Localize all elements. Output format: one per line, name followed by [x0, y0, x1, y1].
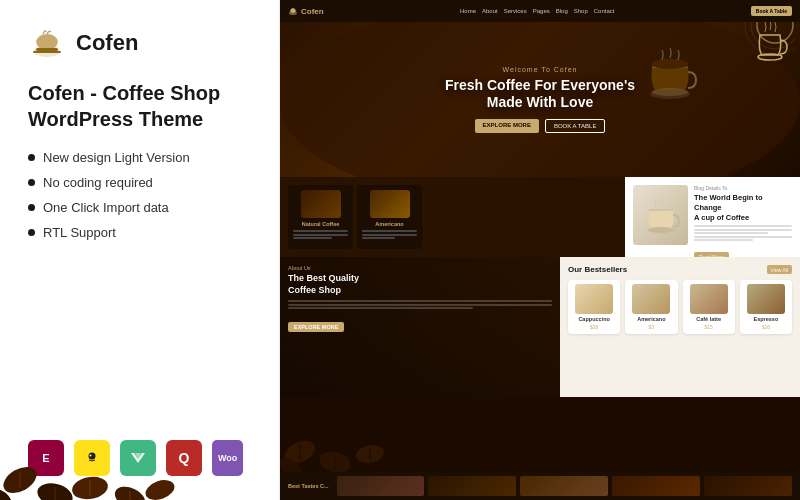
about-title: The Best QualityCoffee Shop: [288, 273, 552, 296]
shop-filter-button[interactable]: View All: [767, 265, 792, 274]
theme-bottom-row: About Us The Best QualityCoffee Shop EXP…: [280, 257, 800, 397]
svg-point-10: [35, 480, 75, 500]
explore-more-button[interactable]: EXPLORE MORE: [288, 322, 344, 332]
blog-cup-svg: [641, 195, 681, 235]
feature-text: RTL Support: [43, 225, 116, 240]
nav-logo-text: Cofen: [301, 7, 324, 16]
text-line: [694, 239, 753, 241]
cofen-logo-icon: [28, 24, 66, 62]
coffee-card-2: Americano: [357, 185, 422, 249]
text-line: [288, 304, 552, 306]
product-title: The Best Quality Coffee Shop Cofen - Cof…: [28, 80, 251, 132]
svg-point-12: [70, 474, 109, 500]
product-card-2[interactable]: Americano $3: [625, 280, 677, 334]
product-image: [690, 284, 728, 314]
product-card-4[interactable]: Espresso $16: [740, 280, 792, 334]
svg-point-27: [648, 227, 674, 233]
hero-book-button[interactable]: BOOK A TABLE: [545, 119, 605, 133]
product-card-3[interactable]: Café latte $15: [683, 280, 735, 334]
text-line: [694, 236, 792, 238]
hero-subtitle: Welcome To Cofen: [445, 66, 635, 73]
feature-item: No coding required: [28, 175, 251, 190]
product-price: $3: [649, 324, 655, 330]
text-line: [288, 300, 552, 302]
about-text-lines: [288, 300, 552, 309]
about-tag: About Us: [288, 265, 552, 271]
bullet-icon: [28, 204, 35, 211]
svg-point-4: [89, 453, 96, 460]
feature-text: One Click Import data: [43, 200, 169, 215]
tech-badges: E Q Woo: [28, 440, 251, 476]
elementor-badge: E: [28, 440, 64, 476]
theme-nav-logo: Cofen: [288, 6, 324, 16]
nav-logo-icon: [288, 6, 298, 16]
elementor-label: E: [42, 452, 49, 464]
product-image: [747, 284, 785, 314]
blog-text-lines: [694, 225, 792, 241]
beans-decoration-right: [280, 392, 400, 472]
product-name: Cappuccino: [578, 316, 609, 322]
text-line: [293, 230, 348, 232]
hero-explore-button[interactable]: EXPLORE MORE: [475, 119, 539, 133]
bullet-icon: [28, 154, 35, 161]
shop-products-grid: Cappuccino $26 Americano $3 Café latte $…: [568, 280, 792, 334]
feature-item: New design Light Version: [28, 150, 251, 165]
logo-name: Cofen: [76, 30, 138, 56]
mailchimp-icon: [83, 449, 101, 467]
logo-area: Cofen: [28, 24, 251, 62]
quora-badge: Q: [166, 440, 202, 476]
nav-link-pages[interactable]: Pages: [533, 8, 550, 14]
card-text-lines: [362, 230, 417, 241]
text-line: [362, 237, 395, 239]
svg-point-24: [652, 88, 688, 96]
coffee-card-image: [370, 190, 410, 218]
nav-link-about[interactable]: About: [482, 8, 498, 14]
svg-rect-2: [33, 51, 61, 53]
coffee-cards-area: Natural Coffee Americano: [280, 177, 625, 257]
hero-title: Fresh Coffee For Everyone's Made With Lo…: [445, 77, 635, 111]
svg-point-17: [143, 476, 177, 500]
text-line: [694, 225, 792, 227]
shop-section: Our Bestsellers View All Cappuccino $26 …: [560, 257, 800, 397]
product-price: $15: [704, 324, 712, 330]
product-name: Americano: [637, 316, 665, 322]
text-line: [362, 230, 417, 232]
mailchimp-badge: [74, 440, 110, 476]
feature-text: New design Light Version: [43, 150, 190, 165]
features-list: New design Light Version No coding requi…: [28, 150, 251, 250]
coffee-card-label: Americano: [375, 221, 403, 227]
nav-link-contact[interactable]: Contact: [594, 8, 615, 14]
bullet-icon: [28, 229, 35, 236]
text-line: [293, 237, 332, 239]
nav-link-services[interactable]: Services: [504, 8, 527, 14]
about-content: About Us The Best QualityCoffee Shop EXP…: [288, 265, 552, 333]
svg-point-25: [652, 59, 688, 69]
about-section: About Us The Best QualityCoffee Shop EXP…: [280, 257, 560, 397]
blog-tag: Blog Details To: [694, 185, 792, 191]
gallery-item-4: [612, 476, 700, 496]
gallery-item-1: [337, 476, 425, 496]
nav-link-shop[interactable]: Shop: [574, 8, 588, 14]
shop-header: Our Bestsellers View All: [568, 265, 792, 274]
nav-link-blog[interactable]: Blog: [556, 8, 568, 14]
product-name: Café latte: [696, 316, 721, 322]
svg-rect-1: [36, 48, 58, 51]
nav-cta-button[interactable]: Book A Table: [751, 6, 792, 16]
coffee-card-label: Natural Coffee: [302, 221, 340, 227]
product-price: $16: [762, 324, 770, 330]
right-panel: Cofen Home About Services Pages Blog Sho…: [280, 0, 800, 500]
hero-coffee-cup: [640, 42, 700, 102]
quora-label: Q: [179, 450, 190, 466]
product-image: [632, 284, 670, 314]
hero-content: Welcome To Cofen Fresh Coffee For Everyo…: [445, 66, 635, 133]
hero-buttons: EXPLORE MORE BOOK A TABLE: [445, 119, 635, 133]
feature-text: No coding required: [43, 175, 153, 190]
text-line: [293, 234, 348, 236]
theme-nav-links: Home About Services Pages Blog Shop Cont…: [460, 8, 614, 14]
nav-link-home[interactable]: Home: [460, 8, 476, 14]
product-card-1[interactable]: Cappuccino $26: [568, 280, 620, 334]
text-line: [362, 234, 417, 236]
vue-icon: [129, 449, 147, 467]
text-line: [288, 307, 473, 309]
svg-point-16: [0, 484, 17, 500]
